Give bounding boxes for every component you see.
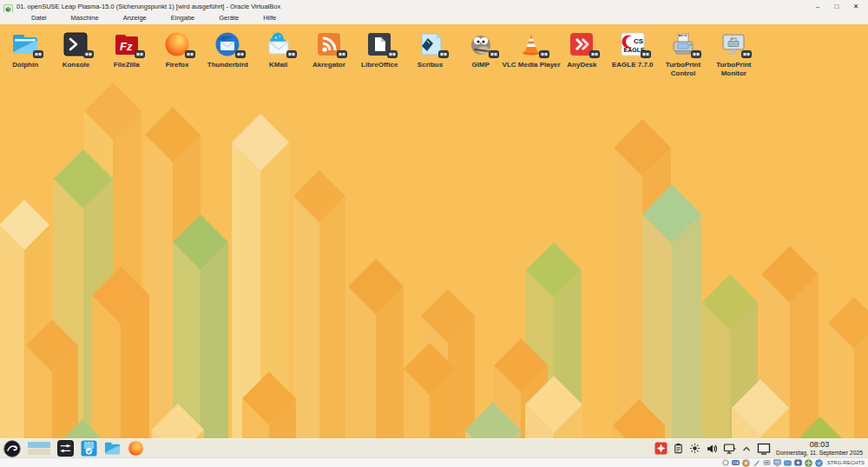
shortcut-badge-icon xyxy=(489,50,499,58)
menu-geraete[interactable]: Geräte xyxy=(207,13,251,23)
monitor-icon[interactable] xyxy=(757,443,771,455)
window-title: 01. openSUSE Leap Plasma-15.0 (Sicherung… xyxy=(16,3,809,10)
desktop-icon-konsole[interactable]: Konsole xyxy=(50,24,101,77)
menu-eingabe[interactable]: Eingabe xyxy=(159,13,207,23)
desktop-icon-label: FileZilla xyxy=(114,61,140,69)
desktop-icon-turboprint-control[interactable]: TurboPrint Control xyxy=(658,24,708,77)
desktop-icon-label: Dolphin xyxy=(12,61,38,69)
system-tray xyxy=(654,442,771,455)
shortcut-badge-icon xyxy=(691,50,701,58)
clock-time: 08:03 xyxy=(810,441,830,450)
mouse-integration-icon[interactable] xyxy=(722,459,729,466)
desktop-icon-thunderbird[interactable]: Thunderbird xyxy=(202,24,253,77)
menu-maschine[interactable]: Maschine xyxy=(59,13,111,23)
volume-icon[interactable] xyxy=(706,443,718,455)
desktop-icon-label: TurboPrint Control xyxy=(658,61,708,77)
desktop-icon-label: LibreOffice xyxy=(361,61,398,69)
file-manager-icon[interactable] xyxy=(104,440,121,457)
desktop-icon-label: Thunderbird xyxy=(207,61,248,69)
pager-widget[interactable] xyxy=(28,442,50,455)
desktop-icon-firefox[interactable]: Firefox xyxy=(152,24,202,77)
desktop-icon-row: Dolphin Konsole Fz FileZilla Firefox xyxy=(0,24,868,77)
desktop-icon-label: Akregator xyxy=(312,61,345,69)
desktop-icon-label: TurboPrint Monitor xyxy=(708,61,759,77)
expand-tray-icon[interactable] xyxy=(741,444,752,454)
svg-text:CS: CS xyxy=(634,37,644,45)
shortcut-badge-icon xyxy=(33,50,43,58)
wallpaper xyxy=(0,24,868,438)
desktop-icon-eagle[interactable]: CSEAGLE EAGLE 7.7.0 xyxy=(608,24,658,77)
pager-desktop-2[interactable] xyxy=(28,449,50,455)
desktop-icon-label: VLC Media Player xyxy=(503,61,561,69)
desktop-icon-dolphin[interactable]: Dolphin xyxy=(0,24,50,77)
menubar: Datei Maschine Anzeige Eingabe Geräte Hi… xyxy=(0,12,868,24)
audio-icon[interactable] xyxy=(753,459,760,467)
recording-icon[interactable] xyxy=(794,459,802,466)
discover-icon[interactable] xyxy=(81,440,97,457)
shortcut-badge-icon xyxy=(589,50,600,58)
shortcut-badge-icon xyxy=(337,50,347,58)
desktop-icon-label: GIMP xyxy=(472,61,490,69)
close-button[interactable]: ✕ xyxy=(847,1,865,11)
desktop-icon-akregator[interactable]: Akregator xyxy=(304,24,354,77)
desktop-icon-vlc[interactable]: VLC Media Player xyxy=(506,24,556,77)
desktop-icon-label: KMail xyxy=(269,61,287,69)
settings-sliders-icon[interactable] xyxy=(57,440,74,457)
menu-datei[interactable]: Datei xyxy=(19,13,59,23)
desktop: Dolphin Konsole Fz FileZilla Firefox xyxy=(0,24,868,438)
firefox-taskbar-icon[interactable] xyxy=(128,440,144,457)
desktop-icon-label: AnyDesk xyxy=(567,61,596,69)
pager-desktop-1[interactable] xyxy=(28,442,50,448)
desktop-icon-label: EAGLE 7.7.0 xyxy=(612,61,654,69)
clock-date: Donnerstag, 11. September 2025 xyxy=(776,450,863,456)
shortcut-badge-icon xyxy=(185,50,195,58)
desktop-icon-anydesk[interactable]: AnyDesk xyxy=(556,24,607,77)
desktop-icon-libreoffice[interactable]: LibreOffice xyxy=(354,24,404,77)
shortcut-badge-icon xyxy=(539,50,549,58)
desktop-icon-kmail[interactable]: KMail xyxy=(253,24,303,77)
app-launcher-icon[interactable] xyxy=(3,440,21,457)
desktop-icon-turboprint-monitor[interactable]: TurboPrint Monitor xyxy=(708,24,759,77)
hostkey-indicator: STRG-RECHTS xyxy=(827,460,865,465)
desktop-icon-label: Konsole xyxy=(62,61,90,69)
desktop-icon-filezilla[interactable]: Fz FileZilla xyxy=(102,24,152,77)
digital-clock[interactable]: 08:03 Donnerstag, 11. September 2025 xyxy=(776,441,865,456)
vbox-statusbar: STRG-RECHTS xyxy=(0,457,868,467)
hdd-icon[interactable] xyxy=(732,459,740,466)
display-icon[interactable] xyxy=(773,459,781,466)
shared-folders-icon[interactable] xyxy=(784,459,792,466)
svg-text:Fz: Fz xyxy=(120,40,133,53)
network-icon[interactable] xyxy=(805,459,812,467)
shortcut-badge-icon xyxy=(641,50,651,58)
virtualbox-vm-icon xyxy=(3,2,13,11)
optical-disc-icon[interactable] xyxy=(742,459,750,467)
virtualbox-window: 01. openSUSE Leap Plasma-15.0 (Sicherung… xyxy=(0,0,868,467)
shortcut-badge-icon xyxy=(235,50,246,58)
desktop-icon-label: Firefox xyxy=(166,61,189,69)
taskbar: 08:03 Donnerstag, 11. September 2025 xyxy=(0,438,868,457)
minimize-button[interactable]: – xyxy=(809,1,826,11)
shortcut-badge-icon xyxy=(286,50,297,58)
menu-anzeige[interactable]: Anzeige xyxy=(111,13,159,23)
shortcut-badge-icon xyxy=(438,50,449,58)
display-connect-icon[interactable] xyxy=(723,443,736,455)
maximize-button[interactable]: □ xyxy=(828,1,845,11)
desktop-icon-scribus[interactable]: Scribus xyxy=(404,24,455,77)
clipboard-icon[interactable] xyxy=(673,443,684,454)
usb-icon[interactable] xyxy=(763,459,771,466)
shortcut-badge-icon xyxy=(387,50,398,58)
shortcut-badge-icon xyxy=(741,50,752,58)
shortcut-badge-icon xyxy=(135,50,145,58)
titlebar: 01. openSUSE Leap Plasma-15.0 (Sicherung… xyxy=(0,0,868,12)
features-icon[interactable] xyxy=(815,459,823,467)
brightness-icon[interactable] xyxy=(689,443,700,454)
anydesk-tray-icon[interactable] xyxy=(654,442,667,455)
menu-hilfe[interactable]: Hilfe xyxy=(251,13,288,23)
shortcut-badge-icon xyxy=(83,50,94,58)
desktop-icon-gimp[interactable]: GIMP xyxy=(456,24,506,77)
desktop-icon-label: Scribus xyxy=(418,61,443,69)
